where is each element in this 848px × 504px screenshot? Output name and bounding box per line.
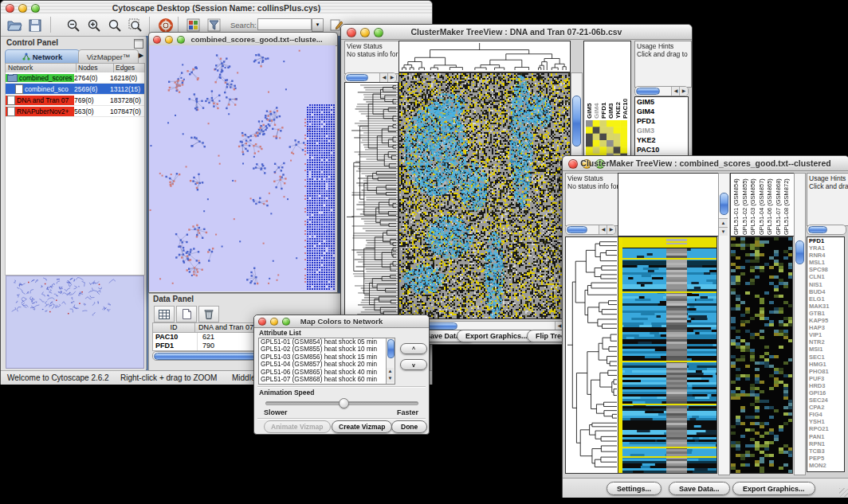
zoom-in-icon[interactable]	[85, 17, 103, 33]
column-label[interactable]: GIM3	[607, 43, 614, 119]
gene-label[interactable]: YSH1	[807, 418, 844, 425]
summary-matrix-canvas[interactable]	[586, 120, 627, 160]
scrollbar-thumb[interactable]	[346, 74, 368, 81]
save-icon[interactable]	[26, 17, 44, 33]
create-vizmap-button[interactable]: Create Vizmap	[332, 420, 392, 433]
resize-grip[interactable]	[839, 488, 848, 497]
vizmapper-icon[interactable]	[184, 17, 202, 33]
scroll-right-arrow[interactable]	[679, 87, 688, 96]
global-heatmap-canvas[interactable]	[398, 72, 571, 319]
attribute-item[interactable]: GPL51-06 (GSM865) heat shock 40 min	[259, 369, 387, 376]
gene-label[interactable]: NIS1	[807, 281, 844, 288]
column-label[interactable]: GPL51-04 (GSM857)	[758, 174, 767, 235]
gene-label[interactable]: RPN1	[807, 440, 844, 447]
scroll-right-arrow[interactable]	[387, 73, 396, 82]
settings-button[interactable]: Settings...	[607, 482, 662, 495]
gene-label[interactable]: RPO21	[807, 425, 844, 432]
search-input[interactable]	[257, 18, 312, 30]
zoom-out-icon[interactable]	[65, 17, 82, 33]
float-panel-icon[interactable]	[134, 39, 143, 49]
usage-hints-hscrollbar[interactable]	[807, 225, 846, 235]
filter-icon[interactable]	[205, 17, 222, 33]
zoom-selected-icon[interactable]	[106, 17, 124, 33]
scrollbar-thumb[interactable]	[567, 226, 587, 233]
network-row-rnapuber[interactable]: RNAPuberNov2+ 563(0) 107847(0)	[6, 106, 144, 117]
gene-label[interactable]: PFD1	[807, 237, 844, 244]
gene-label[interactable]: HMG1	[807, 361, 844, 368]
scroll-up-arrow[interactable]	[719, 218, 728, 227]
attribute-item[interactable]: GPL51-01 (GSM854) heat shock 05 min	[259, 338, 387, 346]
gene-label[interactable]: SEC1	[807, 354, 844, 361]
id-column-header[interactable]: ID	[153, 323, 195, 332]
gene-label[interactable]: YKE2	[635, 135, 688, 145]
column-label[interactable]: PAC10	[622, 43, 629, 119]
gene-label[interactable]: PUF3	[807, 375, 844, 382]
column-label[interactable]: YKE2	[614, 43, 622, 119]
heatmap-vscrollbar[interactable]	[718, 173, 730, 475]
scrollbar-thumb[interactable]	[795, 240, 804, 264]
gene-label[interactable]: GIM5	[635, 97, 688, 107]
scrollbar-thumb[interactable]	[572, 96, 581, 147]
column-label[interactable]: PFD1	[600, 43, 607, 119]
network-row-combined-scores[interactable]: combined_scores 2764(0) 16218(0)	[6, 72, 144, 84]
help-lifering-icon[interactable]	[157, 17, 175, 33]
scrollbar-thumb[interactable]	[808, 226, 827, 233]
trash-icon[interactable]	[198, 306, 219, 322]
listbox-vscrollbar[interactable]	[386, 338, 395, 384]
new-document-icon[interactable]	[176, 306, 197, 322]
network-row-combined-sco-selected[interactable]: combined_sco 2569(6) 13112(15)	[6, 84, 144, 95]
move-up-button[interactable]: ^	[400, 343, 427, 354]
gene-label[interactable]: HRD3	[807, 382, 844, 389]
scroll-up-arrow[interactable]	[387, 368, 394, 375]
usage-hints-hscrollbar[interactable]	[634, 86, 689, 96]
gene-label[interactable]: GIM3	[635, 126, 688, 135]
gene-label[interactable]: CLN1	[807, 273, 844, 280]
gene-label[interactable]: PHO81	[807, 368, 844, 375]
scrollbar-thumb[interactable]	[636, 88, 660, 95]
column-dendrogram-canvas[interactable]	[398, 41, 571, 72]
gene-label[interactable]: RNR4	[807, 252, 844, 259]
column-label[interactable]: GIM4	[593, 43, 600, 119]
gene-label[interactable]: YRA1	[807, 244, 844, 252]
column-label[interactable]: GPL51-02 (GSM855)	[741, 174, 750, 235]
export-graphics-button[interactable]: Export Graphics...	[457, 330, 536, 342]
gene-label[interactable]: SEC24	[807, 397, 844, 404]
gene-label[interactable]: GIM4	[635, 107, 688, 116]
gene-label[interactable]: PAN1	[807, 433, 844, 440]
birdseye-view-thumbnail[interactable]	[6, 275, 144, 369]
column-label[interactable]: GPL51-08 (GSM872)	[783, 174, 791, 235]
gene-label[interactable]: HAP3	[807, 324, 844, 331]
network-view-canvas[interactable]	[149, 45, 336, 291]
gene-label[interactable]: FIG4	[807, 411, 844, 418]
gene-label[interactable]: PAC10	[635, 145, 688, 154]
column-label[interactable]: GPL51-01 (GSM854)	[732, 174, 741, 235]
gene-label[interactable]: KAP95	[807, 317, 844, 324]
open-file-icon[interactable]	[6, 17, 23, 33]
minimize-button[interactable]	[165, 36, 173, 44]
tab-overflow-arrow-icon[interactable]: ▶	[139, 52, 143, 59]
attribute-item[interactable]: GPL51-03 (GSM856) heat shock 15 min	[259, 354, 387, 361]
column-label[interactable]: GIM5	[586, 43, 593, 119]
expression-heatmap-canvas[interactable]	[622, 236, 717, 474]
save-data-button[interactable]: Save Data...	[669, 482, 730, 495]
attribute-item[interactable]: GPL51-04 (GSM857) heat shock 20 min	[259, 361, 387, 368]
animate-vizmap-button[interactable]: Animate Vizmap	[264, 420, 331, 433]
slider-thumb[interactable]	[339, 398, 349, 408]
close-button[interactable]	[153, 36, 161, 44]
gene-label[interactable]: MAK31	[807, 303, 844, 310]
row-dendrogram-canvas[interactable]	[344, 82, 398, 319]
zoom-fit-icon[interactable]	[127, 17, 144, 33]
row-dendrogram-canvas[interactable]	[565, 236, 619, 474]
column-label[interactable]: GPL51-06 (GSM865)	[766, 174, 775, 235]
gene-label[interactable]: GTB1	[807, 310, 844, 317]
gene-label[interactable]: SPC98	[807, 266, 844, 273]
gene-label[interactable]: MON2	[807, 462, 844, 469]
view-status-hscrollbar[interactable]	[565, 225, 616, 235]
gene-label[interactable]: MSL1	[807, 259, 844, 266]
animation-speed-slider[interactable]	[265, 401, 418, 405]
scroll-down-arrow[interactable]	[719, 227, 728, 236]
gene-label[interactable]: NTR2	[807, 338, 844, 346]
gene-label[interactable]: GPI16	[807, 389, 844, 397]
scrollbar-thumb[interactable]	[387, 339, 395, 358]
network-row-dna-tran[interactable]: DNA and Tran 07 769(0) 183728(0)	[6, 95, 144, 106]
